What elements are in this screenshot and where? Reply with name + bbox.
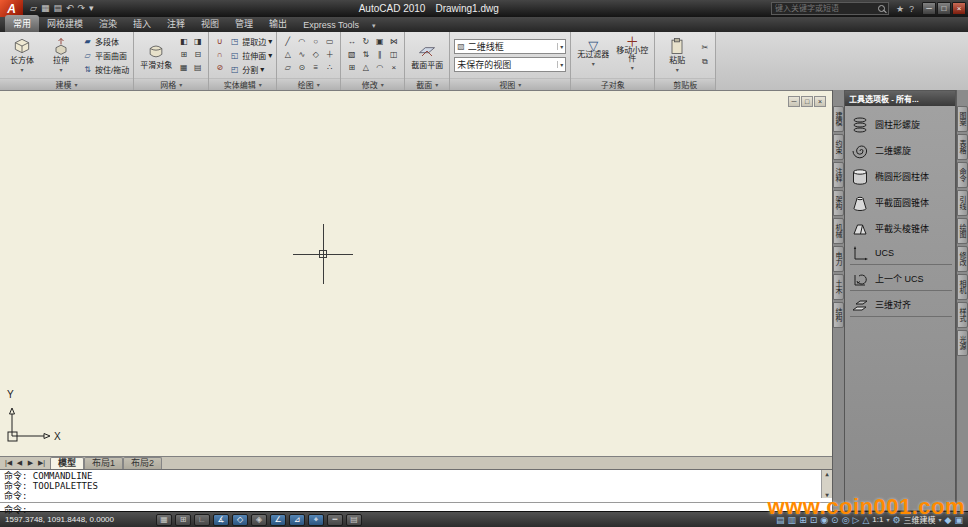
palette-tab[interactable]: 电力 xyxy=(833,246,844,272)
qat-customize-icon[interactable]: ▾ xyxy=(89,1,94,16)
doc-minimize-button[interactable]: ─ xyxy=(788,96,800,107)
search-input[interactable] xyxy=(775,4,875,13)
prev-layout-icon[interactable]: ◀ xyxy=(14,457,25,469)
palette-tab[interactable]: 表格 xyxy=(957,134,968,160)
panel-label-mesh[interactable]: 网格 ▾ xyxy=(134,78,208,90)
scale-dropdown-icon[interactable]: ▾ xyxy=(886,516,889,523)
scroll-down-icon[interactable]: ▼ xyxy=(825,491,829,498)
panel-expand-icon[interactable]: ▾ xyxy=(435,81,438,88)
erase-icon[interactable]: ▧ xyxy=(345,49,358,61)
separate-button[interactable]: ◰ 分割 ▾ xyxy=(229,63,272,75)
clean-screen-icon[interactable]: ▣ xyxy=(954,515,963,525)
box-button[interactable]: 长方体 ▾ xyxy=(4,36,40,74)
close-button[interactable]: × xyxy=(952,2,966,15)
panel-label-clipboard[interactable]: 剪贴板 xyxy=(655,78,715,90)
palette-tab[interactable]: 土木 xyxy=(833,274,844,300)
planar-surface-button[interactable]: ▱ 平面曲面 xyxy=(82,49,129,61)
tool-elliptical-cylinder[interactable]: 椭圆形圆柱体 xyxy=(850,166,952,187)
panel-label-modify[interactable]: 修改 ▾ xyxy=(341,78,404,90)
extrude-button[interactable]: 拉伸 ▾ xyxy=(43,36,79,74)
hatch-icon[interactable]: ▱ xyxy=(281,62,294,74)
scale-icon[interactable]: △ xyxy=(359,62,372,74)
model-space-icon[interactable]: ▤ xyxy=(776,515,785,525)
union-icon[interactable]: ∪ xyxy=(213,36,226,48)
arc-icon[interactable]: ◠ xyxy=(295,36,308,48)
mesh-options-icon[interactable]: ▤ xyxy=(191,62,204,74)
panel-expand-icon[interactable]: ▾ xyxy=(75,81,78,88)
move-icon[interactable]: ↔ xyxy=(345,36,358,48)
panel-label-modeling[interactable]: 建模 ▾ xyxy=(0,78,133,90)
next-layout-icon[interactable]: ▶ xyxy=(25,457,36,469)
cut-icon[interactable]: ✂ xyxy=(698,42,711,54)
filter-dropdown-icon[interactable]: ▾ xyxy=(592,60,595,68)
multipoint-icon[interactable]: ∴ xyxy=(323,62,336,74)
favorites-star-icon[interactable]: ★ xyxy=(896,4,904,14)
array-icon[interactable]: ⊞ xyxy=(345,62,358,74)
search-icon[interactable] xyxy=(878,5,885,12)
mesh-crease-icon[interactable]: ◨ xyxy=(191,36,204,48)
explode-icon[interactable]: ◫ xyxy=(387,49,400,61)
extract-edges-button[interactable]: ◳ 提取边 ▾ xyxy=(229,35,272,47)
dropdown-icon[interactable]: ▾ xyxy=(268,37,272,46)
panel-label-draw[interactable]: 绘图 ▾ xyxy=(277,78,340,90)
circle-icon[interactable]: ○ xyxy=(309,36,322,48)
tab-layout1[interactable]: 布局1 xyxy=(84,457,123,469)
lock-icon[interactable]: ◆ xyxy=(945,515,952,525)
fillet-icon[interactable]: ◠ xyxy=(373,62,386,74)
polysolid-button[interactable]: ▰ 多段体 xyxy=(82,35,129,47)
tool-cylindrical-helix[interactable]: 圆柱形螺旋 xyxy=(850,114,952,135)
polygon-icon[interactable]: △ xyxy=(281,49,294,61)
command-history[interactable]: 命令: COMMANDLINE 命令: TOOLPALETTES 命令: xyxy=(0,470,832,503)
tab-output[interactable]: 输出 xyxy=(261,15,295,32)
tab-insert[interactable]: 插入 xyxy=(125,15,159,32)
palette-tab[interactable]: 约束 xyxy=(833,134,844,160)
command-window[interactable]: 命令: COMMANDLINE 命令: TOOLPALETTES 命令: 命令:… xyxy=(0,469,832,511)
tool-cone-frustum[interactable]: 平截面圆锥体 xyxy=(850,192,952,213)
panel-label-section[interactable]: 截面 ▾ xyxy=(405,78,449,90)
dropdown-icon[interactable]: ▾ xyxy=(268,51,272,60)
steering-wheel-icon[interactable]: ◉ xyxy=(820,515,828,525)
panel-label-subobject[interactable]: 子对象 xyxy=(571,78,654,90)
quick-view-layouts-icon[interactable]: ⊞ xyxy=(799,515,807,525)
tab-annotate[interactable]: 注释 xyxy=(159,15,193,32)
workspace-name[interactable]: 三维建模 xyxy=(904,514,936,525)
palette-tab[interactable]: 修改 xyxy=(957,246,968,272)
move-gizmo-button[interactable]: ＋ 移动小控件 ▾ xyxy=(614,38,650,72)
palette-tab[interactable]: 引线 xyxy=(957,190,968,216)
plot-icon[interactable]: ▤ xyxy=(53,1,62,16)
palette-tab[interactable]: 机械 xyxy=(833,218,844,244)
tab-manage[interactable]: 管理 xyxy=(227,15,261,32)
presspull-button[interactable]: ⇅ 按住/拖动 xyxy=(82,63,129,75)
tool-ucs-previous[interactable]: 上一个 UCS xyxy=(850,270,952,291)
box-dropdown-icon[interactable]: ▾ xyxy=(20,66,23,74)
workspace-dropdown-icon[interactable]: ▾ xyxy=(939,516,942,523)
first-layout-icon[interactable]: |◀ xyxy=(3,457,14,469)
palette-tab[interactable]: 架构 xyxy=(833,190,844,216)
smooth-object-button[interactable]: 平滑对象 xyxy=(138,41,174,70)
point-icon[interactable]: ＋ xyxy=(323,49,336,61)
minimize-button[interactable]: ─ xyxy=(922,2,936,15)
tool-pyramid-frustum[interactable]: 平截头棱锥体 xyxy=(850,218,952,239)
scroll-up-icon[interactable]: ▲ xyxy=(825,470,829,477)
extrude-dropdown-icon[interactable]: ▾ xyxy=(59,66,62,74)
palette-tab[interactable]: 光源 xyxy=(957,330,968,356)
tool-ucs[interactable]: UCS xyxy=(850,244,952,265)
panel-expand-icon[interactable]: ▾ xyxy=(518,81,521,88)
mesh-convert-icon[interactable]: ▦ xyxy=(177,62,190,74)
subtract-icon[interactable]: ⊘ xyxy=(213,62,226,74)
rotate-icon[interactable]: ↻ xyxy=(359,36,372,48)
tab-view[interactable]: 视图 xyxy=(193,15,227,32)
extrude-faces-button[interactable]: ◱ 拉伸面 ▾ xyxy=(229,49,272,61)
layout-icon[interactable]: ▥ xyxy=(788,515,797,525)
doc-restore-button[interactable]: □ xyxy=(801,96,813,107)
panel-label-solid-editing[interactable]: 实体编辑 ▾ xyxy=(209,78,276,90)
panel-expand-icon[interactable]: ▾ xyxy=(381,81,384,88)
mirror-icon[interactable]: ⋈ xyxy=(387,36,400,48)
intersect-icon[interactable]: ∩ xyxy=(213,49,226,61)
gizmo-dropdown-icon[interactable]: ▾ xyxy=(631,64,634,72)
donut-icon[interactable]: ⊙ xyxy=(295,62,308,74)
qnew-icon[interactable]: ▱ xyxy=(30,1,37,16)
command-scrollbar[interactable]: ▲ ▼ xyxy=(821,470,832,498)
mesh-smooth-less-icon[interactable]: ⊟ xyxy=(191,49,204,61)
palette-tab[interactable]: 相机 xyxy=(957,274,968,300)
